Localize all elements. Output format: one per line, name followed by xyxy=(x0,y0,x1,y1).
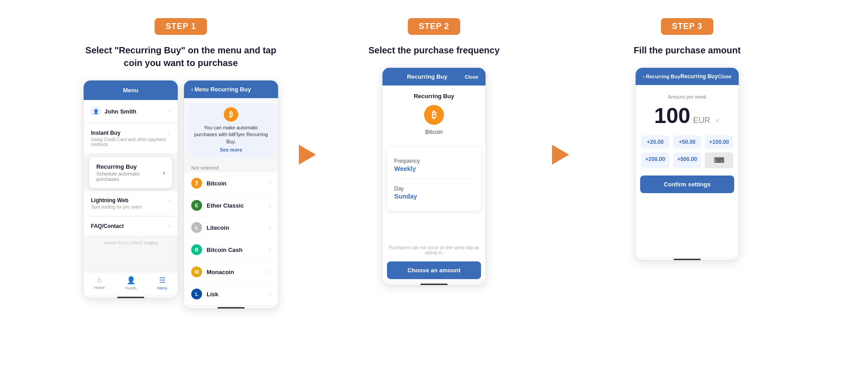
coin-icon-bitcoin: ₿ xyxy=(191,178,202,189)
coins-title: Recurring Buy xyxy=(211,86,251,93)
step1-menu-phone: Menu 👤 John Smith › Instant Buy xyxy=(83,80,178,299)
lightning-web-menu-item[interactable]: Lightning Web › Spot trading for pro use… xyxy=(84,191,178,216)
coins-home-indicator xyxy=(217,307,245,308)
freq-title: Recurring Buy xyxy=(407,73,448,80)
faq-menu-item[interactable]: FAQ/Contact › xyxy=(84,217,178,236)
amount-number: 100 xyxy=(654,103,690,128)
arrow-1 xyxy=(289,18,326,165)
recurring-buy-highlighted[interactable]: Recurring Buy Schedule automatic purchas… xyxy=(89,157,172,188)
user-chevron-icon: › xyxy=(169,108,170,114)
recurring-buy-subtitle: Schedule automatic purchases xyxy=(96,171,163,182)
amount-close-btn[interactable]: Close xyxy=(718,74,731,79)
info-text: You can make automatic purchases with bi… xyxy=(194,124,268,145)
freq-header-nav: Recurring Buy Close xyxy=(382,68,486,85)
quick-amount-btn-3[interactable]: +200.00 xyxy=(641,152,670,168)
footer-home[interactable]: ⌂ Home xyxy=(94,276,105,290)
keyboard-button[interactable]: ⌨ xyxy=(705,152,733,168)
not-selected-label: Not selected xyxy=(184,161,278,172)
amount-clear-icon[interactable]: ✕ xyxy=(715,117,720,124)
step-1-title: Select "Recurring Buy" on the menu and t… xyxy=(72,44,289,69)
amount-label: Amount per week xyxy=(636,85,739,101)
recurring-buy-title: Recurring Buy xyxy=(96,163,163,170)
instant-buy-menu-item[interactable]: Instant Buy › Using Credit Card and othe… xyxy=(84,123,178,154)
coin-chevron-icon: › xyxy=(269,247,271,253)
quick-amount-btn-1[interactable]: +50.00 xyxy=(673,135,702,149)
quick-amount-btn-4[interactable]: +500.00 xyxy=(673,152,702,168)
coin-icon-litecoin: Ł xyxy=(191,222,202,233)
home-indicator xyxy=(117,297,144,298)
recurring-buy-chevron-icon: › xyxy=(163,169,165,177)
coins-back-label: ‹ Menu xyxy=(191,86,209,93)
arrow-2 xyxy=(542,18,579,165)
coin-icon-monacoin: M xyxy=(191,266,202,277)
see-more-link[interactable]: See more xyxy=(194,147,268,152)
amount-display: 100 EUR ✕ xyxy=(636,101,739,135)
step-2-column: STEP 2 Select the purchase frequency Rec… xyxy=(326,18,542,285)
frequency-label: Frequency xyxy=(394,158,474,164)
lightning-web-sublabel: Spot trading for pro users xyxy=(91,204,142,209)
footer-funds-label: Funds xyxy=(125,286,137,290)
info-banner: ₿ You can make automatic purchases with … xyxy=(189,103,274,157)
coin-item-bitcoin[interactable]: ₿ Bitcoin › xyxy=(184,172,278,194)
coin-chevron-icon: › xyxy=(269,291,271,297)
menu-phone-footer: ⌂ Home 👤 Funds ☰ Menu xyxy=(84,272,178,295)
footer-funds[interactable]: 👤 Funds xyxy=(125,276,137,290)
freq-divider xyxy=(394,179,474,179)
coin-icon-bitcoin cash: B xyxy=(191,244,202,255)
instant-buy-sublabel: Using Credit Card and other payment meth… xyxy=(91,137,170,147)
step-3-title: Fill the purchase amount xyxy=(629,44,745,57)
day-row: Day Sunday xyxy=(394,182,474,204)
amount-title: Recurring Buy xyxy=(680,73,718,80)
lightning-web-label: Lightning Web xyxy=(91,197,128,204)
coins-header-nav: ‹ Menu Recurring Buy xyxy=(184,81,278,98)
coin-item-monacoin[interactable]: M Monacoin › xyxy=(184,261,278,283)
coin-name-ether classic: Ether Classic xyxy=(207,202,244,209)
quick-amount-btn-2[interactable]: +100.00 xyxy=(705,135,733,149)
arrow-right-icon-2 xyxy=(552,145,569,165)
coin-chevron-icon: › xyxy=(269,180,271,186)
footer-menu-label: Menu xyxy=(157,286,168,290)
recurring-buy-section-header: Recurring Buy ₿ Bitcoin xyxy=(382,85,486,142)
footer-menu[interactable]: ☰ Menu xyxy=(157,276,168,290)
recurring-coin-name: Bitcoin xyxy=(390,128,478,135)
coin-item-lisk[interactable]: L Lisk › xyxy=(184,283,278,305)
coin-name-bitcoin: Bitcoin xyxy=(207,180,226,187)
recurring-bitcoin-icon: ₿ xyxy=(424,105,444,125)
home-icon: ⌂ xyxy=(97,276,102,284)
user-name: John Smith xyxy=(104,108,137,115)
arrow-right-icon-1 xyxy=(299,145,316,165)
coin-item-litecoin[interactable]: Ł Litecoin › xyxy=(184,217,278,239)
faq-chevron-icon: › xyxy=(169,223,170,229)
coin-icon-lisk: L xyxy=(191,289,202,299)
freq-close-btn[interactable]: Close xyxy=(465,74,478,80)
amount-home-indicator xyxy=(674,259,701,260)
quick-amount-btn-0[interactable]: +20.00 xyxy=(641,135,670,149)
step1-coins-phone: ‹ Menu Recurring Buy ₿ You can make auto… xyxy=(184,80,278,309)
user-menu-item[interactable]: 👤 John Smith › xyxy=(84,100,178,123)
menu-header: Menu xyxy=(84,81,178,100)
amount-back-label: ‹ Recurring Buy xyxy=(643,74,680,79)
coin-item-bitcoin-cash[interactable]: B Bitcoin Cash › xyxy=(184,239,278,261)
frequency-value[interactable]: Weekly xyxy=(394,165,474,172)
step3-amount-phone: ‹ Recurring Buy Recurring Buy Close Amou… xyxy=(635,67,739,261)
confirm-settings-button[interactable]: Confirm settings xyxy=(640,176,734,193)
step-2-badge: STEP 2 xyxy=(408,18,460,35)
choose-amount-button[interactable]: Choose an amount xyxy=(387,261,481,279)
coin-list: ₿ Bitcoin › E Ether Classic › Ł Litecoin… xyxy=(184,172,278,305)
day-label: Day xyxy=(394,185,474,192)
faq-label: FAQ/Contact xyxy=(91,223,124,229)
coin-name-lisk: Lisk xyxy=(207,291,218,298)
version-text: Version 5.4.0 (10922) Staging xyxy=(84,236,178,250)
step2-frequency-phone: Recurring Buy Close Recurring Buy ₿ Bitc… xyxy=(382,67,486,285)
step-3-badge: STEP 3 xyxy=(661,18,713,35)
amount-header-nav: ‹ Recurring Buy Recurring Buy Close xyxy=(636,68,739,85)
funds-icon: 👤 xyxy=(127,276,136,285)
user-icon: 👤 xyxy=(91,106,101,116)
footer-home-label: Home xyxy=(94,285,105,290)
step-2-title: Select the purchase frequency xyxy=(364,44,504,57)
step-1-badge: STEP 1 xyxy=(155,18,207,35)
coin-chevron-icon: › xyxy=(269,269,271,275)
coin-name-bitcoin cash: Bitcoin Cash xyxy=(207,247,242,253)
day-value[interactable]: Sunday xyxy=(394,193,474,200)
coin-item-ether-classic[interactable]: E Ether Classic › xyxy=(184,194,278,217)
